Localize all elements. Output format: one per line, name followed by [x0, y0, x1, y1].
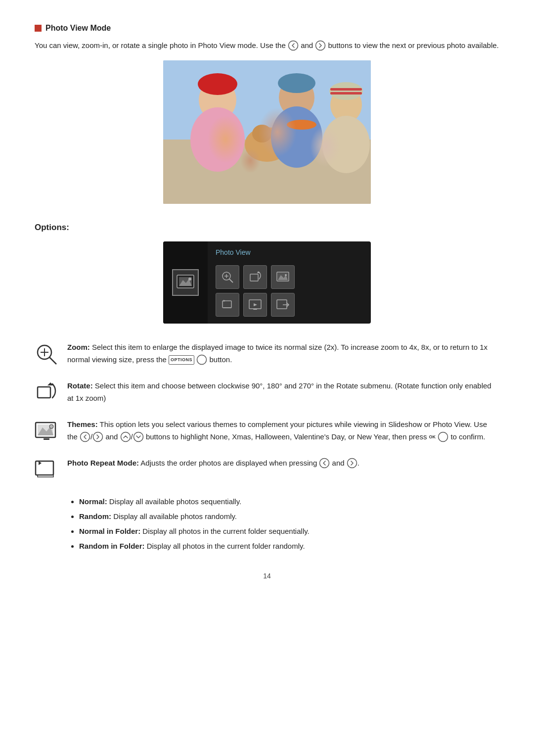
bullet-text-0: Display all available photos sequentiall…: [109, 497, 241, 506]
themes-bold: Themes:: [67, 420, 98, 428]
themes-text-end: to confirm.: [450, 432, 485, 441]
svg-point-5: [198, 73, 237, 95]
intro-paragraph: You can view, zoom-in, or rotate a singl…: [35, 40, 499, 51]
zoom-text: Select this item to enlarge the displaye…: [67, 343, 488, 364]
options-menu-screenshot: Photo View: [35, 241, 499, 324]
repeat-text: Adjusts the order photos are displayed w…: [140, 459, 317, 467]
svg-point-60: [320, 459, 329, 468]
menu-repeat-btn[interactable]: [216, 293, 239, 317]
red-square-icon: [35, 25, 42, 32]
menu-slideshow-btn[interactable]: [243, 293, 267, 317]
options-btn-inline: OPTIONS: [169, 355, 196, 364]
list-item: Normal in Folder: Display all photos in …: [79, 525, 499, 537]
list-item: Random in Folder: Display all photos in …: [79, 540, 499, 552]
repeat-right-arrow: [347, 458, 357, 469]
menu-themes-btn[interactable]: [271, 265, 295, 289]
themes-text-and: and: [105, 432, 118, 441]
repeat-feature: Photo Repeat Mode: Adjusts the order pho…: [35, 457, 499, 482]
bullet-bold-0: Normal:: [79, 497, 107, 506]
bullet-bold-3: Random in Folder:: [79, 542, 145, 550]
svg-rect-59: [38, 475, 53, 477]
svg-rect-15: [330, 88, 362, 91]
svg-point-32: [285, 274, 287, 276]
section-title-text: Photo View Mode: [45, 24, 111, 33]
themes-left-arrow: [80, 431, 90, 442]
svg-point-55: [121, 432, 130, 441]
themes-feature-icon: [35, 420, 58, 443]
svg-rect-39: [277, 300, 287, 309]
options-menu: Photo View: [163, 241, 371, 324]
svg-point-4: [199, 79, 236, 121]
svg-point-0: [288, 41, 298, 50]
zoom-text-end: button.: [209, 355, 232, 364]
bullet-bold-1: Random:: [79, 512, 111, 520]
bullet-text-3: Display all photos in the current folder…: [147, 542, 305, 550]
list-item: Random: Display all available photos ran…: [79, 511, 499, 522]
svg-point-54: [93, 432, 103, 441]
rotate-feature: Rotate: Select this item and choose betw…: [35, 380, 499, 405]
intro-text-before: You can view, zoom-in, or rotate a singl…: [35, 41, 286, 49]
svg-point-7: [245, 127, 289, 162]
bullet-bold-2: Normal in Folder:: [79, 527, 140, 535]
svg-point-18: [287, 120, 316, 130]
bullet-list: Normal: Display all available photos seq…: [67, 496, 499, 552]
right-arrow-icon: [315, 40, 326, 51]
zoom-bold: Zoom:: [67, 343, 90, 351]
svg-rect-16: [330, 92, 362, 94]
svg-point-11: [278, 73, 315, 93]
left-arrow-icon: [288, 40, 299, 51]
menu-rotate-btn[interactable]: [243, 265, 267, 289]
svg-rect-46: [38, 387, 50, 398]
page-number-text: 14: [263, 572, 271, 580]
zoom-feature: Zoom: Select this item to enlarge the di…: [35, 341, 499, 366]
rotate-text: Select this item and choose between cloc…: [67, 381, 491, 402]
bullet-text-1: Display all available photos randomly.: [113, 512, 237, 520]
repeat-bold: Photo Repeat Mode:: [67, 459, 139, 467]
repeat-feature-text: Photo Repeat Mode: Adjusts the order pho…: [67, 457, 499, 470]
options-circle-icon: [196, 354, 207, 365]
rotate-feature-text: Rotate: Select this item and choose betw…: [67, 380, 499, 405]
photo-svg: [163, 60, 371, 204]
svg-point-13: [330, 87, 362, 123]
svg-point-22: [188, 278, 191, 281]
intro-text-and: and: [301, 41, 313, 49]
svg-rect-33: [222, 301, 231, 308]
svg-point-9: [271, 124, 283, 143]
zoom-feature-icon: [35, 342, 58, 366]
zoom-feature-text: Zoom: Select this item to enlarge the di…: [67, 341, 499, 366]
svg-marker-28: [257, 271, 260, 273]
svg-point-14: [329, 82, 363, 100]
menu-zoom-btn[interactable]: [216, 265, 239, 289]
svg-line-42: [49, 357, 56, 364]
themes-feature: Themes: This option lets you select vari…: [35, 419, 499, 443]
svg-point-6: [190, 107, 245, 172]
list-item: Normal: Display all available photos seq…: [79, 496, 499, 508]
themes-up-arrow: [120, 431, 131, 442]
svg-rect-58: [36, 461, 53, 475]
repeat-text-and: and: [332, 459, 345, 467]
svg-rect-2: [163, 60, 371, 204]
svg-point-12: [271, 106, 322, 168]
svg-point-17: [322, 116, 370, 173]
svg-point-45: [197, 355, 207, 364]
rotate-feature-icon: [35, 381, 58, 405]
svg-point-53: [81, 432, 90, 441]
svg-rect-52: [44, 438, 49, 440]
svg-point-57: [439, 432, 448, 441]
intro-text-after: buttons to view the next or previous pho…: [328, 41, 499, 49]
menu-right-panel: Photo View: [208, 241, 371, 324]
themes-feature-text: Themes: This option lets you select vari…: [67, 419, 499, 443]
menu-icon-grid: [216, 265, 363, 317]
menu-main-photo-icon: [172, 269, 199, 296]
menu-exit-btn[interactable]: [271, 293, 295, 317]
photo-icon-svg: [176, 273, 195, 292]
svg-point-1: [316, 41, 325, 50]
menu-left-panel: [163, 241, 208, 324]
svg-rect-37: [253, 309, 257, 310]
themes-down-arrow: [133, 431, 144, 442]
options-heading-text: Options:: [35, 223, 69, 232]
svg-point-51: [49, 425, 53, 428]
svg-rect-3: [163, 140, 371, 204]
svg-rect-27: [250, 274, 258, 281]
options-heading: Options:: [35, 223, 499, 233]
